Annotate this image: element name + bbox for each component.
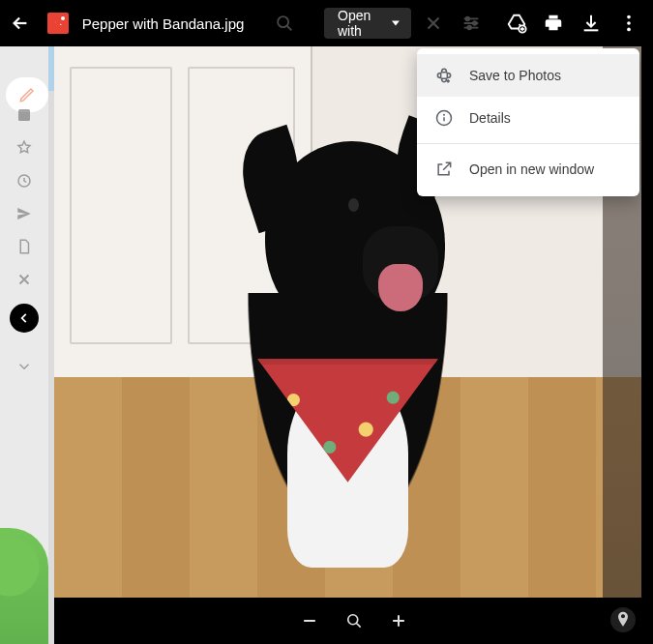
image-file-icon [47,13,69,34]
svg-rect-0 [18,109,30,121]
svg-point-3 [465,17,469,21]
viewer-toolbar: Pepper with Bandana.jpg Open with [0,0,653,46]
download-icon [580,13,602,34]
svg-point-11 [443,114,445,116]
info-icon [434,108,454,128]
print-button[interactable] [539,5,569,42]
caret-down-icon [392,18,400,28]
menu-item-label: Details [469,110,511,126]
zoom-bar [54,598,653,644]
svg-point-4 [473,21,477,25]
open-in-new-icon [434,160,454,179]
placeholder-icon [15,106,33,124]
svg-point-5 [467,26,471,30]
file-icon [15,238,33,255]
tune-tool [457,5,487,42]
svg-point-12 [347,615,357,625]
open-with-label: Open with [338,8,386,39]
download-button[interactable] [577,5,607,42]
close-tool [419,5,449,42]
menu-item-label: Save to Photos [469,68,561,83]
x-icon [423,13,444,34]
zoom-tool [269,5,299,42]
drive-add-icon [506,13,527,34]
print-icon [543,13,564,34]
more-vert-icon [618,13,639,34]
zoom-reset-button[interactable] [338,604,371,637]
svg-point-7 [627,15,631,19]
menu-item-label: Open in new window [469,161,594,177]
viewer-right-rail [641,46,653,598]
svg-point-2 [278,16,288,27]
magnifier-icon [274,13,295,34]
pencil-icon [18,86,36,103]
arrow-left-icon [10,13,31,34]
photos-add-icon [434,66,454,85]
minus-icon [300,611,319,630]
zoom-out-button[interactable] [293,604,326,637]
svg-point-9 [627,28,631,32]
add-to-drive-button[interactable] [501,5,531,42]
more-actions-button[interactable] [613,5,643,42]
chevron-left-icon [17,311,31,325]
menu-divider [417,143,639,144]
background-hill [0,528,48,644]
plus-icon [389,611,408,630]
menu-save-to-photos[interactable]: Save to Photos [417,54,639,97]
star-icon [15,139,33,157]
back-button[interactable] [6,5,36,42]
send-icon [15,205,33,222]
menu-open-new-window[interactable]: Open in new window [417,148,639,190]
file-name: Pepper with Bandana.jpg [82,15,245,32]
magnifier-icon [344,611,364,630]
menu-details[interactable]: Details [417,97,639,139]
svg-point-8 [627,21,631,25]
chevron-down-icon [15,358,33,375]
person-pin-icon [613,610,633,629]
more-actions-menu: Save to Photos Details Open in new windo… [417,48,639,196]
zoom-in-button[interactable] [382,604,415,637]
clock-icon [15,172,33,190]
x-icon [15,271,33,288]
collapse-sidebar-button [10,304,39,333]
sliders-icon [460,13,482,34]
open-with-dropdown[interactable]: Open with [324,8,411,39]
immersive-toggle[interactable] [610,607,636,632]
